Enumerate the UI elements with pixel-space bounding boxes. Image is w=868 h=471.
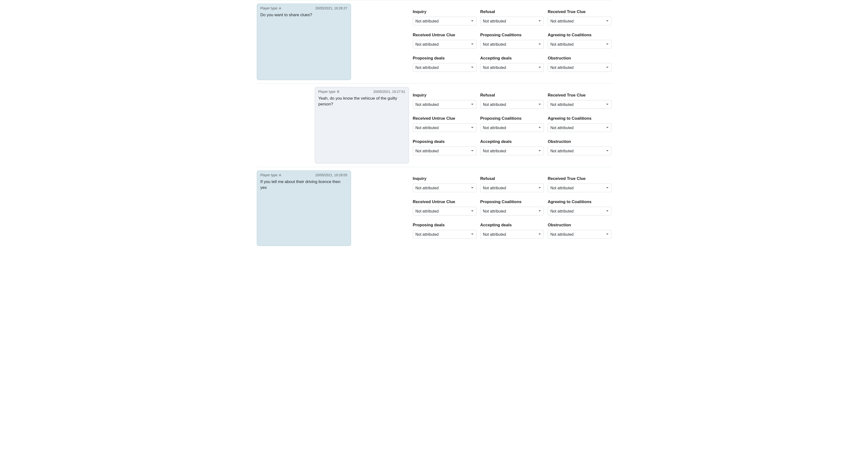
attribute-grid: InquiryNot attributedRefusalNot attribut… [413,93,612,163]
attribute-cell: Accepting dealsNot attributed [480,223,544,246]
attribute-select[interactable]: Not attributed [413,100,476,109]
attribute-cell: ObstructionNot attributed [548,56,611,79]
attribute-select[interactable]: Not attributed [548,207,611,215]
attribute-select[interactable]: Not attributed [480,63,544,72]
attribute-cell: Received Untrue ClueNot attributed [413,116,476,139]
player-type-label: Player type: A [260,173,281,177]
attribute-label: Obstruction [548,223,611,228]
chat-column: Player type: A20/05/2021, 19:28:05If you… [257,171,409,246]
attribute-label: Received True Clue [548,9,611,14]
attribute-select[interactable]: Not attributed [480,40,544,49]
attribute-label: Refusal [480,9,544,14]
attribute-cell: InquiryNot attributed [413,9,476,33]
attribute-cell: Proposing dealsNot attributed [413,139,476,163]
attribute-label: Accepting deals [480,223,544,228]
message-timestamp: 20/05/2021, 19:28:05 [315,173,347,177]
attribute-cell: ObstructionNot attributed [548,223,611,246]
attribute-cell: Agreeing to CoalitionsNot attributed [548,116,611,139]
attribute-cell: Proposing CoalitionsNot attributed [480,33,544,56]
attribute-label: Proposing deals [413,139,476,144]
attribute-select[interactable]: Not attributed [548,183,611,192]
attribute-select[interactable]: Not attributed [413,123,476,132]
attribute-cell: Received True ClueNot attributed [548,176,611,200]
attribute-column: InquiryNot attributedRefusalNot attribut… [409,171,612,246]
attribute-label: Agreeing to Coalitions [548,200,611,204]
attribute-select[interactable]: Not attributed [480,17,544,25]
bubble-header: Player type: B20/05/2021, 19:27:51 [318,90,405,94]
attribute-select[interactable]: Not attributed [413,40,476,49]
attribute-label: Proposing deals [413,56,476,61]
message-timestamp: 20/05/2021, 19:26:27 [315,6,347,10]
attribute-label: Inquiry [413,176,476,181]
attribute-select[interactable]: Not attributed [413,63,476,72]
attribute-cell: Agreeing to CoalitionsNot attributed [548,33,611,56]
message-timestamp: 20/05/2021, 19:27:51 [373,90,405,94]
attribute-cell: Proposing CoalitionsNot attributed [480,200,544,223]
attribute-select[interactable]: Not attributed [548,230,611,239]
attribute-select[interactable]: Not attributed [413,183,476,192]
attribute-select[interactable]: Not attributed [413,147,476,155]
attribute-label: Refusal [480,176,544,181]
chat-column: Player type: A20/05/2021, 19:26:27Do you… [257,4,409,80]
attribute-label: Agreeing to Coalitions [548,116,611,121]
attribute-grid: InquiryNot attributedRefusalNot attribut… [413,9,612,79]
attribute-select[interactable]: Not attributed [548,147,611,155]
chat-column: Player type: B20/05/2021, 19:27:51Yeah, … [257,87,409,164]
message-row: Player type: B20/05/2021, 19:27:51Yeah, … [257,83,612,167]
attribute-cell: Accepting dealsNot attributed [480,56,544,79]
attribute-cell: RefusalNot attributed [480,9,544,33]
chat-bubble: Player type: A20/05/2021, 19:28:05If you… [257,171,351,246]
attribute-select[interactable]: Not attributed [480,230,544,239]
attribute-label: Obstruction [548,139,611,144]
bubble-header: Player type: A20/05/2021, 19:28:05 [260,173,347,177]
attribute-select[interactable]: Not attributed [548,17,611,25]
attribute-cell: Received True ClueNot attributed [548,93,611,116]
message-text: Do you want to share clues? [260,12,347,18]
message-text: If you tell me about their driving licen… [260,179,347,190]
attribute-cell: ObstructionNot attributed [548,139,611,163]
attribute-cell: InquiryNot attributed [413,176,476,200]
attribute-select[interactable]: Not attributed [413,230,476,239]
attribute-select[interactable]: Not attributed [413,207,476,215]
attribute-cell: Proposing dealsNot attributed [413,223,476,246]
message-row: Player type: A20/05/2021, 19:26:27Do you… [257,0,612,83]
attribute-label: Received True Clue [548,93,611,98]
attribute-label: Refusal [480,93,544,98]
attribute-select[interactable]: Not attributed [480,100,544,109]
attribute-cell: Received Untrue ClueNot attributed [413,200,476,223]
chat-bubble: Player type: B20/05/2021, 19:27:51Yeah, … [315,87,409,164]
attribute-select[interactable]: Not attributed [480,207,544,215]
attribute-column: InquiryNot attributedRefusalNot attribut… [409,87,612,164]
attribute-select[interactable]: Not attributed [413,17,476,25]
attribute-select[interactable]: Not attributed [480,183,544,192]
chat-bubble: Player type: A20/05/2021, 19:26:27Do you… [257,4,351,80]
attribute-cell: Agreeing to CoalitionsNot attributed [548,200,611,223]
attribute-label: Accepting deals [480,139,544,144]
attribute-label: Inquiry [413,9,476,14]
attribute-label: Received Untrue Clue [413,33,476,37]
attribute-column: InquiryNot attributedRefusalNot attribut… [409,4,612,80]
player-type-label: Player type: A [260,6,281,10]
message-text: Yeah, do you know the vehicue of the gui… [318,95,405,107]
attribute-label: Received Untrue Clue [413,116,476,121]
attribute-select[interactable]: Not attributed [548,40,611,49]
attribute-select[interactable]: Not attributed [548,63,611,72]
attribute-label: Obstruction [548,56,611,61]
attribute-select[interactable]: Not attributed [480,123,544,132]
message-row: Player type: A20/05/2021, 19:28:05If you… [257,167,612,249]
attribute-label: Proposing Coalitions [480,33,544,37]
attribute-label: Received Untrue Clue [413,200,476,204]
player-type-label: Player type: B [318,90,339,94]
attribute-label: Proposing Coalitions [480,200,544,204]
attribute-select[interactable]: Not attributed [548,100,611,109]
attribute-label: Agreeing to Coalitions [548,33,611,37]
attribute-cell: Proposing CoalitionsNot attributed [480,116,544,139]
attribute-select[interactable]: Not attributed [480,147,544,155]
attribute-label: Inquiry [413,93,476,98]
attribute-select[interactable]: Not attributed [548,123,611,132]
attribute-cell: Received Untrue ClueNot attributed [413,33,476,56]
attribute-grid: InquiryNot attributedRefusalNot attribut… [413,176,612,246]
attribute-cell: Proposing dealsNot attributed [413,56,476,79]
attribute-cell: InquiryNot attributed [413,93,476,116]
attribute-cell: RefusalNot attributed [480,176,544,200]
